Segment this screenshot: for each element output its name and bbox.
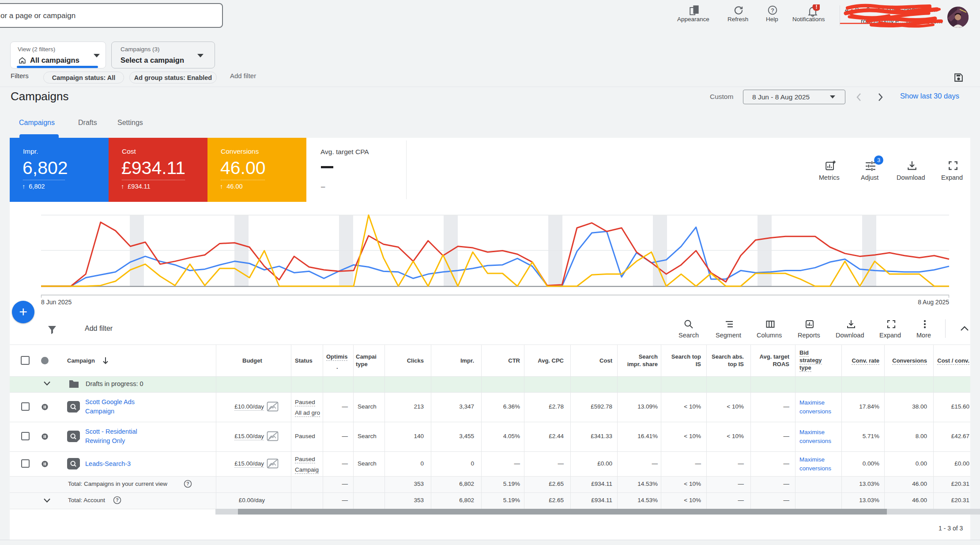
svg-text:?: ? bbox=[116, 497, 118, 503]
svg-text:?: ? bbox=[186, 481, 189, 486]
